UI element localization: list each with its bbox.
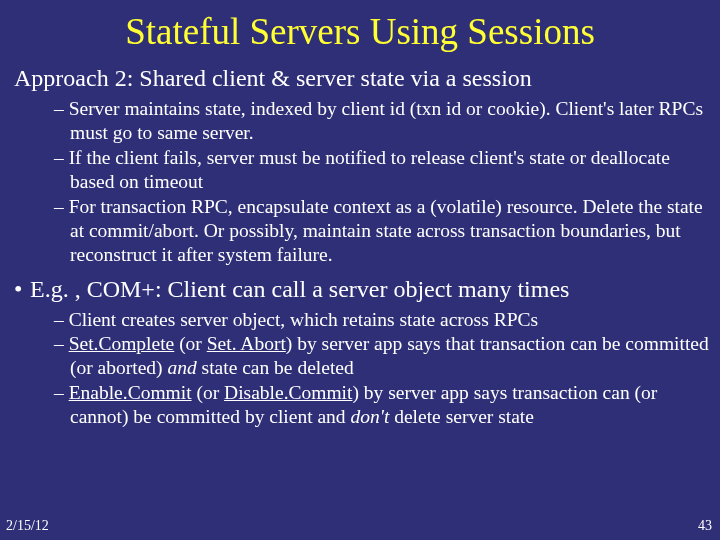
approach-heading: Approach 2: Shared client & server state…: [10, 63, 710, 93]
sub2-b: – Set.Complete (or Set. Abort) by server…: [54, 332, 710, 381]
sub1-c: – For transaction RPC, encapsulate conte…: [54, 195, 710, 268]
slide-title: Stateful Servers Using Sessions: [8, 10, 712, 53]
slide: Stateful Servers Using Sessions Approach…: [0, 0, 720, 540]
example-text: E.g. , COM+: Client can call a server ob…: [30, 276, 569, 302]
sub1-b: – If the client fails, server must be no…: [54, 146, 710, 195]
dash-icon: –: [54, 147, 69, 168]
dash-icon: –: [54, 309, 69, 330]
sub2-a: – Client creates server object, which re…: [54, 308, 710, 332]
dash-icon: –: [54, 382, 69, 403]
example-sublist: – Client creates server object, which re…: [10, 308, 710, 430]
sub2-c: – Enable.Commit (or Disable.Commit) by s…: [54, 381, 710, 430]
sub1-a: – Server maintains state, indexed by cli…: [54, 97, 710, 146]
approach-sublist: – Server maintains state, indexed by cli…: [10, 97, 710, 268]
bullet-icon: •: [14, 274, 30, 304]
dash-icon: –: [54, 333, 69, 354]
footer-page-number: 43: [698, 518, 712, 534]
slide-body: Approach 2: Shared client & server state…: [8, 63, 712, 430]
dash-icon: –: [54, 196, 69, 217]
footer-date: 2/15/12: [6, 518, 49, 534]
dash-icon: –: [54, 98, 69, 119]
approach-text: Approach 2: Shared client & server state…: [14, 65, 532, 91]
example-heading: •E.g. , COM+: Client can call a server o…: [10, 274, 710, 304]
